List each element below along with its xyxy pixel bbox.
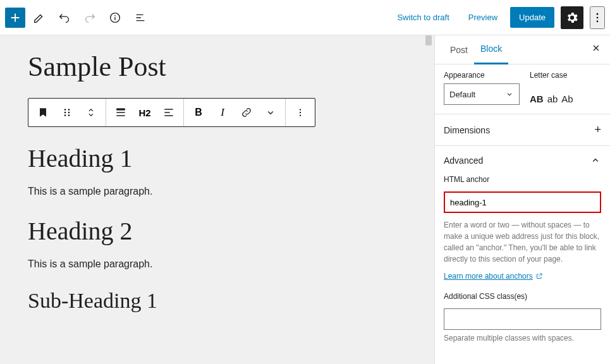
lettercase-group: AB ab Ab: [530, 83, 573, 104]
link-button[interactable]: [235, 99, 259, 126]
chevron-up-down-icon: [85, 107, 97, 118]
external-link-icon: [535, 272, 543, 280]
italic-icon: I: [221, 106, 224, 119]
block-more-button[interactable]: [288, 99, 312, 126]
list-icon: [133, 11, 147, 25]
kebab-icon: [295, 107, 306, 118]
add-block-button[interactable]: [5, 8, 25, 28]
toolbar-left: [5, 6, 152, 29]
svg-point-6: [68, 109, 70, 110]
advanced-section-toggle[interactable]: Advanced: [435, 145, 610, 175]
more-rich-text-button[interactable]: [259, 99, 283, 126]
undo-button[interactable]: [53, 6, 76, 29]
svg-point-2: [597, 13, 599, 15]
gear-icon: [565, 11, 579, 25]
edit-mode-button[interactable]: [28, 6, 51, 29]
drag-icon: [61, 107, 73, 118]
tab-post[interactable]: Post: [444, 36, 474, 64]
link-icon: [240, 106, 253, 119]
svg-point-10: [68, 114, 70, 116]
text-align-icon: [162, 106, 175, 119]
italic-button[interactable]: I: [210, 99, 235, 126]
html-anchor-label: HTML anchor: [444, 175, 601, 184]
lettercase-upper-button[interactable]: AB: [530, 94, 544, 104]
css-classes-label: Additional CSS class(es): [444, 292, 601, 301]
post-title[interactable]: Sample Post: [28, 51, 409, 83]
close-icon: [591, 43, 601, 53]
heading-level-button[interactable]: H2: [133, 99, 157, 126]
undo-icon: [58, 11, 71, 25]
text-align-button[interactable]: [157, 99, 181, 126]
paragraph-block-2[interactable]: This is a sample paragraph.: [28, 258, 409, 270]
kebab-icon: [591, 11, 604, 24]
pencil-icon: [32, 11, 46, 25]
info-button[interactable]: [104, 6, 126, 29]
outline-button[interactable]: [129, 6, 152, 29]
main-area: Sample Post H2 B I: [0, 35, 610, 364]
chevron-down-icon: [505, 90, 514, 99]
anchor-help-text: Enter a word or two — without spaces — t…: [444, 219, 601, 265]
scrollbar-thumb[interactable]: [425, 35, 432, 46]
editor-canvas[interactable]: Sample Post H2 B I: [0, 35, 434, 338]
appearance-label: Appearance: [444, 71, 520, 80]
plus-icon: +: [594, 123, 601, 136]
svg-point-4: [597, 20, 599, 22]
plus-icon: [8, 11, 22, 25]
dimensions-section[interactable]: Dimensions +: [435, 114, 610, 145]
bookmark-icon: [37, 106, 49, 119]
preview-button[interactable]: Preview: [462, 9, 504, 26]
svg-point-7: [64, 112, 66, 113]
css-classes-input[interactable]: [444, 308, 601, 330]
chevron-up-icon: [590, 155, 601, 166]
align-button[interactable]: [109, 99, 133, 126]
lettercase-lower-button[interactable]: ab: [547, 94, 558, 104]
svg-point-1: [114, 15, 116, 16]
svg-point-12: [300, 112, 301, 113]
chevron-down-icon: [265, 107, 276, 118]
svg-point-5: [64, 109, 66, 110]
editor-canvas-wrap: Sample Post H2 B I: [0, 35, 434, 364]
css-classes-help: Separate multiple classes with spaces.: [444, 334, 601, 343]
typography-panel: Appearance Default Letter case AB ab Ab: [435, 64, 610, 114]
update-button[interactable]: Update: [510, 7, 554, 28]
sidebar-tabs: Post Block: [435, 35, 610, 64]
redo-button[interactable]: [78, 6, 101, 29]
settings-sidebar: Post Block Appearance Default Letter cas…: [434, 35, 610, 364]
appearance-select[interactable]: Default: [444, 83, 520, 105]
close-sidebar-button[interactable]: [591, 43, 601, 56]
svg-point-9: [64, 114, 66, 116]
settings-button[interactable]: [561, 6, 583, 29]
switch-draft-button[interactable]: Switch to draft: [391, 9, 455, 26]
top-toolbar: Switch to draft Preview Update: [0, 0, 610, 35]
redo-icon: [83, 11, 97, 25]
block-toolbar: H2 B I: [28, 98, 315, 127]
move-updown-button[interactable]: [79, 99, 103, 126]
block-type-button[interactable]: [31, 99, 55, 126]
heading-block-2[interactable]: Heading 2: [28, 216, 409, 246]
paragraph-block-1[interactable]: This is a sample paragraph.: [28, 186, 409, 197]
info-icon: [108, 11, 122, 25]
svg-point-3: [597, 16, 599, 18]
subheading-block-1[interactable]: Sub-Heading 1: [28, 289, 409, 313]
svg-point-11: [300, 109, 301, 110]
html-anchor-input[interactable]: [444, 191, 601, 213]
svg-point-13: [300, 114, 301, 116]
lettercase-label: Letter case: [530, 71, 573, 80]
toolbar-right: Switch to draft Preview Update: [391, 6, 605, 29]
drag-handle[interactable]: [55, 99, 79, 126]
svg-point-8: [68, 112, 70, 113]
bold-icon: B: [195, 107, 202, 118]
lettercase-cap-button[interactable]: Ab: [561, 94, 573, 104]
tab-block[interactable]: Block: [474, 35, 508, 64]
more-options-button[interactable]: [590, 6, 605, 29]
learn-more-anchors-link[interactable]: Learn more about anchors: [444, 272, 543, 281]
heading-block-1[interactable]: Heading 1: [28, 143, 409, 173]
align-icon: [114, 106, 127, 119]
bold-button[interactable]: B: [186, 99, 210, 126]
advanced-panel: HTML anchor Enter a word or two — withou…: [435, 175, 610, 351]
